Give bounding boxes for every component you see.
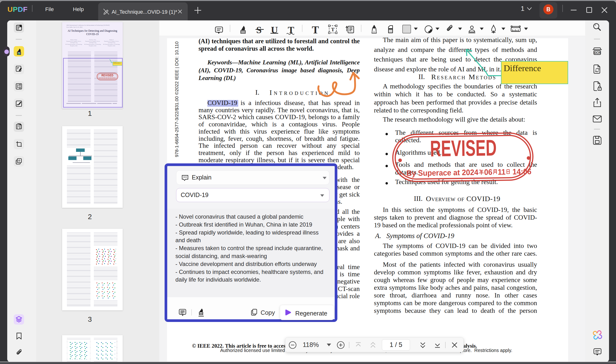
svg-text:T: T — [331, 26, 335, 32]
svg-text:OCR: OCR — [594, 51, 601, 54]
